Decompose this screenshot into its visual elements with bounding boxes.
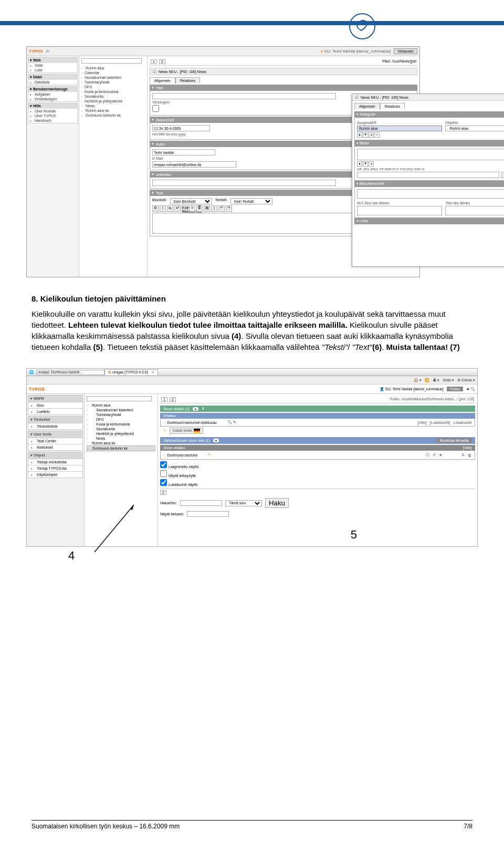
rte-button[interactable]: B — [152, 205, 159, 212]
logout-button[interactable]: Poistu — [447, 387, 463, 391]
hide-checkbox[interactable] — [152, 105, 159, 112]
rte-button[interactable]: ▤ — [204, 205, 210, 212]
nav-group-head[interactable]: ▾ User tools — [28, 431, 83, 438]
nav-group-head[interactable]: ▾ Web — [28, 58, 77, 63]
nav-group-head[interactable]: ▾ Datei — [28, 75, 77, 80]
tree-item[interactable]: Seurakunnan kalenteri — [87, 408, 155, 412]
nav-item[interactable]: Über Module — [28, 109, 77, 113]
blockstil-select[interactable]: Kein Blockstil — [170, 198, 212, 204]
tree-item[interactable]: Toimintaryhmät — [81, 80, 145, 85]
nav-group-head[interactable]: ▾ Benutzerwerkzeuge — [28, 87, 77, 92]
delete-icon[interactable]: 🗑 — [468, 453, 471, 457]
image-list[interactable] — [357, 149, 504, 160]
caption-input[interactable] — [357, 189, 504, 199]
nav-group-head[interactable]: ▾ Tiedostot — [28, 416, 83, 423]
nav-item[interactable]: Luettelo — [28, 409, 83, 415]
view-icon[interactable]: 👁 — [439, 453, 443, 457]
rte-button[interactable]: Kein Blockformat — [182, 205, 188, 212]
star-icon[interactable]: ★ — [466, 387, 469, 391]
show-records-input[interactable] — [187, 511, 229, 517]
tree-item[interactable]: DFG — [87, 417, 155, 422]
search-button[interactable]: Haku — [265, 498, 289, 508]
tree-item[interactable]: Kuvia ja kertomuksia — [81, 89, 145, 94]
cb-clipboard[interactable]: Näytä leikepöytä — [160, 470, 475, 478]
tab-relations[interactable]: Relations — [175, 77, 200, 84]
rte-button[interactable]: x₂ — [167, 205, 173, 212]
nav-item[interactable]: Einstellungen — [28, 97, 77, 101]
tree-item[interactable]: Dortmund-Iserlohn kk — [87, 445, 155, 451]
cb-extended-view[interactable]: Laajennettu näyttö — [160, 461, 475, 469]
pencil-icon[interactable]: ✎ — [208, 453, 211, 457]
search-scope-select[interactable]: Tämä sivu — [225, 500, 262, 506]
tree-item[interactable]: Henkilöt ja yhteystiedot — [87, 431, 155, 436]
up-icon[interactable]: ▲ — [357, 132, 362, 138]
tree-item[interactable]: Henkilöt ja yhteystiedot — [81, 99, 145, 103]
tree-item[interactable]: News — [81, 103, 145, 108]
author-input[interactable] — [152, 149, 215, 155]
tree-item[interactable]: Seurakunta — [81, 94, 145, 99]
info-icon[interactable]: ⓘ — [426, 452, 429, 458]
tab-allgemein[interactable]: Allgemein — [150, 77, 175, 84]
close-icon[interactable]: ✕ — [151, 370, 154, 374]
nav-item[interactable]: Über TYPO3 — [28, 113, 77, 118]
pencil-icon[interactable]: 🔍 — [227, 420, 232, 424]
file-path-input[interactable] — [357, 172, 499, 178]
search-input[interactable] — [180, 500, 222, 506]
address-input[interactable] — [36, 370, 104, 375]
tree-item[interactable]: Ruhrin alue — [81, 66, 145, 70]
info-icon[interactable]: ✎ — [233, 420, 236, 424]
rte-button[interactable]: ↷ — [226, 205, 232, 212]
email-input[interactable] — [152, 161, 236, 168]
move-icon[interactable]: ⇅ — [461, 453, 465, 457]
rte-button[interactable]: ↶ — [218, 205, 225, 212]
selected-item[interactable]: Ruhrin alue — [357, 126, 442, 131]
extras-menu[interactable]: ⚙ Extras ▾ — [457, 378, 475, 382]
alt-text-input[interactable] — [357, 206, 442, 215]
down-icon[interactable]: ▼ — [363, 132, 368, 138]
home-icon[interactable]: 🏠 ▾ — [414, 378, 422, 382]
tree-item[interactable]: Calendar — [81, 70, 145, 75]
nav-item[interactable]: Handbuch — [28, 118, 77, 123]
nav-item[interactable]: Dateiliste — [28, 80, 77, 85]
csv-icon[interactable]: ⬇ — [202, 407, 205, 411]
remove-icon[interactable]: ✕ — [369, 132, 374, 138]
subtitle-input[interactable] — [152, 180, 336, 186]
overlay-tab-relations[interactable]: Relations — [380, 103, 405, 109]
tree-item[interactable]: Seurakunta — [87, 427, 155, 431]
nav-group-head[interactable]: ▾ Ohjeet — [28, 452, 83, 459]
nav-item[interactable]: Asetukset — [28, 444, 83, 451]
img-title-input[interactable] — [445, 206, 504, 215]
tree-item[interactable]: Dortmund-Iserlohn kk — [81, 113, 145, 118]
tree-item[interactable]: DFG — [81, 85, 145, 89]
record-title[interactable]: Dortmund-Iserlohnin kielikoulu — [167, 421, 216, 424]
tree-item[interactable]: Kuvia ja kertomuksia — [87, 422, 155, 427]
nav-group-head[interactable]: ▾ Hilfe — [28, 103, 77, 109]
logout-button[interactable]: Verlassen — [394, 48, 417, 54]
overlay-tab-allgemein[interactable]: Allgemein — [354, 103, 380, 109]
nav-item[interactable]: Tietoja moduleista — [28, 459, 83, 465]
tree-item[interactable]: Toimintaryhmät — [87, 412, 155, 417]
nav-item[interactable]: Aufgaben — [28, 92, 77, 97]
plus-icon[interactable]: + — [374, 132, 380, 138]
tree-item[interactable]: Ruhrin alue kk — [81, 108, 145, 113]
tree-item[interactable]: Ruhrin alue — [87, 403, 155, 408]
cb-localization[interactable]: Lokalisointi näyttö — [160, 479, 475, 486]
feed-icon[interactable]: 📶 — [425, 378, 429, 382]
page-title-value[interactable]: Dortmund-Iserlohn — [167, 453, 197, 457]
tree-item[interactable]: News — [87, 436, 155, 441]
tree-item[interactable]: Seurakunnan kalenteri — [81, 75, 145, 80]
nav-item[interactable]: Tietoja TYPO3:sta — [28, 465, 83, 472]
search-icon[interactable]: 🔍 — [470, 387, 475, 391]
nav-item[interactable]: Task Center — [28, 438, 83, 444]
seite-menu[interactable]: Seite ▾ — [443, 378, 454, 382]
title-input[interactable] — [152, 93, 336, 99]
rte-button[interactable]: | — [211, 205, 217, 212]
nav-item[interactable]: Seite — [28, 63, 77, 68]
rte-button[interactable]: ≣ — [196, 205, 203, 212]
nav-group-head[interactable]: ▾ WWW — [28, 395, 83, 402]
tree-filter-input[interactable] — [87, 396, 152, 401]
tree-item[interactable]: Ruhrin alue kk — [87, 441, 155, 445]
browser-tab[interactable]: ✿ rengas [TYPO3 4.2.6] ✕ — [104, 369, 158, 375]
print-icon[interactable]: 🖶 ▾ — [433, 378, 439, 382]
new-record-icon[interactable]: ✎ — [163, 429, 166, 433]
